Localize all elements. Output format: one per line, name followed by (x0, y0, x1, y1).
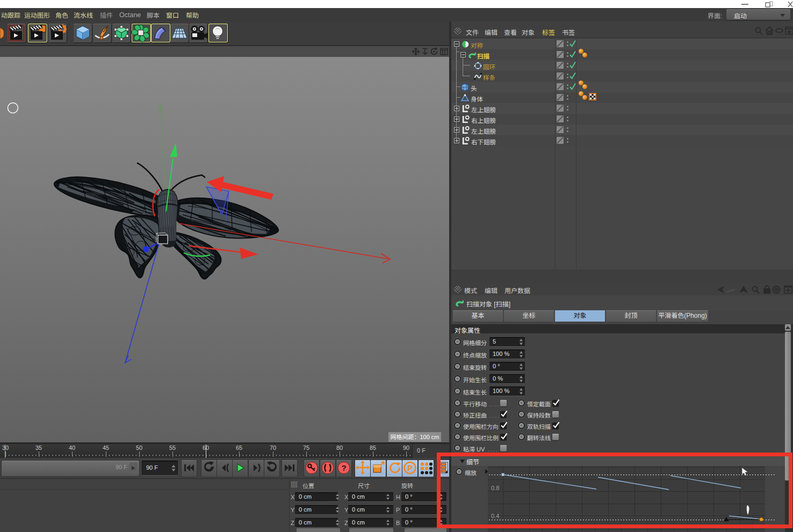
svg-text:P: P (407, 464, 412, 472)
svg-text:?: ? (341, 463, 346, 472)
